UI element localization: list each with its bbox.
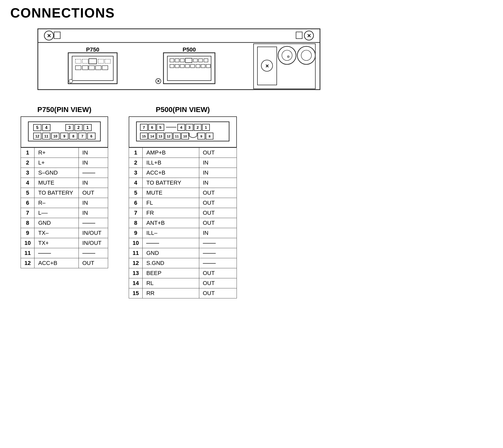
svg-text:3: 3 bbox=[188, 125, 190, 130]
table-row: 9 bbox=[129, 228, 143, 238]
svg-text:4: 4 bbox=[45, 125, 48, 130]
p750-pins-svg: 5 4 3 2 1 12 11 bbox=[26, 120, 103, 142]
svg-text:2: 2 bbox=[197, 125, 199, 130]
table-row: 3 bbox=[21, 168, 34, 178]
p750-table: 1R+IN2L+IN3S–GND4MUTEIN5TO BATTERYOUT6R–… bbox=[21, 148, 108, 268]
svg-rect-18 bbox=[89, 66, 94, 70]
p500-pin-diagram: 7 6 5 4 3 2 1 15 14 bbox=[129, 116, 237, 148]
table-row: 1 bbox=[21, 148, 34, 158]
svg-rect-32 bbox=[170, 64, 174, 68]
svg-text:5: 5 bbox=[159, 125, 161, 130]
svg-rect-25 bbox=[170, 59, 174, 62]
svg-text:14: 14 bbox=[150, 134, 154, 138]
svg-rect-17 bbox=[82, 66, 88, 70]
table-row: 6 bbox=[21, 198, 34, 208]
pin-views-section: P750(PIN VIEW) 5 4 3 2 bbox=[10, 106, 493, 298]
table-row: 3 bbox=[129, 168, 143, 178]
svg-text:1: 1 bbox=[86, 125, 89, 130]
svg-text:✕: ✕ bbox=[307, 33, 311, 39]
svg-text:1: 1 bbox=[205, 125, 207, 130]
svg-rect-29 bbox=[193, 59, 197, 62]
table-row: 10 bbox=[21, 238, 34, 248]
svg-rect-30 bbox=[198, 59, 203, 62]
table-row: 9 bbox=[21, 228, 34, 238]
svg-rect-26 bbox=[175, 59, 179, 62]
svg-text:P500: P500 bbox=[183, 46, 196, 53]
svg-text:4: 4 bbox=[180, 125, 183, 130]
p750-pin-view-title: P750(PIN VIEW) bbox=[21, 106, 108, 114]
svg-rect-4 bbox=[54, 32, 60, 39]
svg-rect-36 bbox=[190, 64, 195, 68]
svg-text:8: 8 bbox=[72, 134, 74, 138]
table-row: 7 bbox=[21, 208, 34, 218]
table-row: 5 bbox=[21, 188, 34, 198]
p750-block: P750(PIN VIEW) 5 4 3 2 bbox=[21, 106, 108, 298]
svg-text:7: 7 bbox=[81, 134, 83, 138]
svg-text:8: 8 bbox=[209, 134, 210, 138]
svg-text:9: 9 bbox=[63, 134, 65, 138]
table-row: 5 bbox=[129, 188, 143, 198]
table-row: 10 bbox=[129, 238, 143, 248]
page-title: CONNECTIONS bbox=[10, 5, 493, 21]
p500-block: P500(PIN VIEW) 7 6 5 4 3 2 bbox=[129, 106, 237, 298]
svg-rect-19 bbox=[96, 66, 101, 70]
table-row: 8 bbox=[21, 218, 34, 228]
svg-rect-27 bbox=[180, 59, 184, 62]
table-row: 1 bbox=[129, 148, 143, 158]
svg-rect-13 bbox=[89, 59, 97, 64]
table-row: 15 bbox=[129, 288, 143, 298]
svg-point-51 bbox=[287, 56, 289, 58]
svg-rect-5 bbox=[296, 32, 302, 39]
svg-text:2: 2 bbox=[77, 125, 80, 130]
svg-rect-14 bbox=[98, 59, 104, 63]
p750-pin-diagram: 5 4 3 2 1 12 11 bbox=[21, 116, 108, 148]
svg-text:11: 11 bbox=[44, 134, 48, 138]
p500-table: 1AMP+BOUT2ILL+BIN3ACC+BIN4TO BATTERYIN5M… bbox=[129, 148, 237, 298]
svg-point-21 bbox=[69, 79, 73, 83]
table-row: 13 bbox=[129, 268, 143, 278]
svg-rect-37 bbox=[196, 64, 200, 68]
svg-text:9: 9 bbox=[200, 134, 202, 138]
svg-rect-15 bbox=[105, 59, 110, 63]
svg-rect-20 bbox=[102, 66, 108, 70]
svg-text:12: 12 bbox=[35, 134, 39, 138]
table-row: 8 bbox=[129, 218, 143, 228]
svg-rect-12 bbox=[82, 59, 88, 63]
svg-text:7: 7 bbox=[143, 125, 145, 130]
table-row: 12 bbox=[21, 258, 34, 268]
svg-rect-11 bbox=[75, 59, 81, 63]
svg-text:13: 13 bbox=[159, 134, 162, 138]
svg-text:5: 5 bbox=[36, 125, 39, 130]
table-row: 4 bbox=[129, 178, 143, 188]
unit-diagram: ✕ ✕ P750 P500 bbox=[31, 28, 327, 90]
svg-text:✕: ✕ bbox=[157, 79, 160, 83]
unit-diagram-svg: ✕ ✕ P750 P500 bbox=[37, 28, 320, 90]
svg-text:✕: ✕ bbox=[47, 33, 51, 39]
p500-pins-svg: 7 6 5 4 3 2 1 15 14 bbox=[134, 120, 232, 142]
svg-text:6: 6 bbox=[90, 134, 92, 138]
table-row: 12 bbox=[129, 258, 143, 268]
svg-text:15: 15 bbox=[142, 134, 146, 138]
svg-rect-16 bbox=[75, 66, 81, 70]
table-row: 6 bbox=[129, 198, 143, 208]
svg-rect-28 bbox=[185, 58, 192, 63]
table-row: 7 bbox=[129, 208, 143, 218]
table-row: 14 bbox=[129, 278, 143, 288]
svg-rect-34 bbox=[180, 64, 184, 68]
p500-pin-view-title: P500(PIN VIEW) bbox=[129, 106, 237, 114]
svg-text:✕: ✕ bbox=[265, 64, 269, 69]
table-row: 2 bbox=[129, 158, 143, 168]
svg-text:P750: P750 bbox=[86, 46, 99, 53]
svg-text:10: 10 bbox=[183, 134, 187, 138]
table-row: 2 bbox=[21, 158, 34, 168]
svg-point-50 bbox=[301, 50, 311, 61]
svg-rect-39 bbox=[206, 64, 210, 68]
svg-text:12: 12 bbox=[167, 134, 170, 138]
table-row: 11 bbox=[21, 248, 34, 258]
svg-rect-35 bbox=[185, 64, 189, 68]
svg-text:10: 10 bbox=[53, 134, 57, 138]
svg-rect-31 bbox=[204, 59, 208, 62]
svg-point-48 bbox=[282, 50, 292, 61]
svg-text:3: 3 bbox=[68, 125, 71, 130]
svg-text:11: 11 bbox=[175, 134, 179, 138]
